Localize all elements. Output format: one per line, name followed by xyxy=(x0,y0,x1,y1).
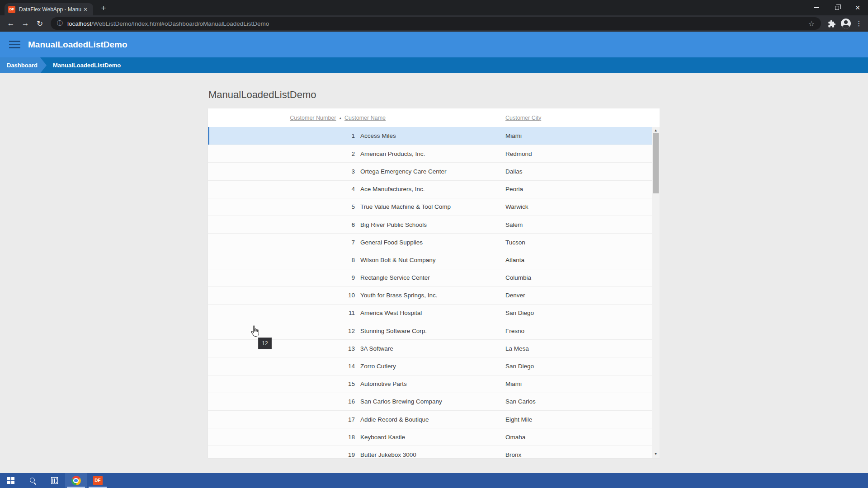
app-title: ManualLoadedListDemo xyxy=(28,40,127,50)
browser-tab-strip: DF DataFlex WebApp - ManualLoade ✕ + ✕ xyxy=(0,0,868,15)
minimize-icon xyxy=(814,7,819,8)
cell-customer-name: Butter Jukebox 3000 xyxy=(355,451,500,458)
table-row[interactable]: 4Ace Manufacturers, Inc.Peoria xyxy=(208,180,652,198)
table-row[interactable]: 2American Products, Inc.Redmond xyxy=(208,145,652,162)
breadcrumb-current: ManualLoadedListDemo xyxy=(53,57,121,73)
tab-close-icon[interactable]: ✕ xyxy=(81,5,90,14)
extensions-puzzle-icon[interactable] xyxy=(825,19,838,28)
window-controls: ✕ xyxy=(806,0,868,15)
cell-customer-city: Salem xyxy=(500,221,652,228)
site-info-icon[interactable]: ⓘ xyxy=(57,19,63,28)
table-row[interactable]: 16San Carlos Brewing CompanySan Carlos xyxy=(208,393,652,410)
cell-customer-name: Access Miles xyxy=(355,132,500,139)
table-header-row: Customer Number ▴ Customer Name Customer… xyxy=(208,108,660,127)
profile-avatar[interactable] xyxy=(841,19,851,28)
cell-customer-number: 16 xyxy=(208,398,355,405)
cell-customer-number: 19 xyxy=(208,451,355,458)
cell-customer-city: Denver xyxy=(500,292,652,299)
scroll-up-icon[interactable]: ▲ xyxy=(652,128,660,132)
hand-cursor-icon xyxy=(249,325,262,339)
browser-tab[interactable]: DF DataFlex WebApp - ManualLoade ✕ xyxy=(5,3,93,15)
scroll-down-icon[interactable]: ▼ xyxy=(652,452,660,456)
cell-customer-city: Redmond xyxy=(500,150,652,157)
table-row[interactable]: 133A SoftwareLa Mesa xyxy=(208,339,652,357)
column-header-customer-city[interactable]: Customer City xyxy=(502,115,660,121)
cell-customer-city: Columbia xyxy=(500,274,652,281)
cell-customer-city: San Diego xyxy=(500,363,652,370)
cell-customer-name: Wilson Bolt & Nut Company xyxy=(355,257,500,263)
table-row[interactable]: 12Stunning Software Corp.Fresno xyxy=(208,322,652,339)
bookmark-star-icon[interactable]: ☆ xyxy=(808,19,815,28)
window-restore-button[interactable] xyxy=(826,0,847,15)
taskbar-chrome-button[interactable] xyxy=(65,473,87,488)
app-header: ManualLoadedListDemo xyxy=(0,32,868,57)
customer-list-panel: Customer Number ▴ Customer Name Customer… xyxy=(208,108,660,458)
cell-customer-name: San Carlos Brewing Company xyxy=(355,398,500,405)
breadcrumb: Dashboard ManualLoadedListDemo xyxy=(0,57,868,73)
cell-customer-number: 4 xyxy=(208,186,355,192)
cell-customer-name: Youth for Brass Springs, Inc. xyxy=(355,292,500,299)
taskbar-search-button[interactable] xyxy=(22,473,43,488)
cell-customer-name: Big River Public Schools xyxy=(355,221,500,228)
cell-customer-city: Miami xyxy=(500,132,652,139)
cell-customer-city: Atlanta xyxy=(500,257,652,263)
cell-customer-name: Zorro Cutlery xyxy=(355,363,500,370)
dataflex-favicon-icon: DF xyxy=(8,6,15,13)
table-row[interactable]: 14Zorro CutlerySan Diego xyxy=(208,357,652,375)
table-row[interactable]: 17Addie Record & BoutiqueEight Mile xyxy=(208,410,652,428)
new-tab-button[interactable]: + xyxy=(98,2,109,14)
table-row[interactable]: 6Big River Public SchoolsSalem xyxy=(208,216,652,233)
table-row[interactable]: 1Access MilesMiami xyxy=(208,127,652,145)
cell-customer-name: Stunning Software Corp. xyxy=(355,328,500,334)
table-row[interactable]: 10Youth for Brass Springs, Inc.Denver xyxy=(208,286,652,304)
cell-customer-number: 5 xyxy=(208,203,355,210)
cell-customer-name: American Products, Inc. xyxy=(355,150,500,157)
breadcrumb-dashboard[interactable]: Dashboard xyxy=(0,57,47,73)
back-button[interactable]: ← xyxy=(4,17,18,30)
window-close-button[interactable]: ✕ xyxy=(847,0,868,15)
search-icon xyxy=(29,477,36,484)
cell-customer-name: General Food Supplies xyxy=(355,239,500,246)
table-row[interactable]: 3Ortega Emergency Care CenterDallas xyxy=(208,162,652,180)
column-header-customer-number[interactable]: Customer Number ▴ xyxy=(290,115,341,121)
chrome-icon xyxy=(71,476,81,485)
cell-customer-city: Peoria xyxy=(500,186,652,192)
cell-customer-city: Fresno xyxy=(500,328,652,334)
start-button[interactable] xyxy=(0,473,22,488)
reload-button[interactable]: ↻ xyxy=(33,17,47,30)
windows-start-icon xyxy=(7,477,14,484)
column-header-customer-name[interactable]: Customer Name xyxy=(341,115,502,121)
cell-customer-number: 10 xyxy=(208,292,355,299)
table-row[interactable]: 5True Value Machine & Tool CompWarwick xyxy=(208,198,652,216)
table-row[interactable]: 7General Food SuppliesTucson xyxy=(208,233,652,251)
address-bar[interactable]: ⓘ localhost/WebListDemo/Index.html#oDash… xyxy=(51,17,821,30)
taskbar-dataflex-button[interactable]: DF xyxy=(87,473,108,488)
window-minimize-button[interactable] xyxy=(806,0,826,15)
cell-customer-number: 11 xyxy=(208,310,355,316)
dataflex-icon: DF xyxy=(93,476,103,485)
table-row[interactable]: 15Automotive PartsMiami xyxy=(208,375,652,393)
cell-customer-number: 15 xyxy=(208,380,355,387)
cell-customer-city: Eight Mile xyxy=(500,416,652,423)
cell-customer-number: 14 xyxy=(208,363,355,370)
table-row[interactable]: 11America West HospitalSan Diego xyxy=(208,304,652,322)
browser-menu-icon[interactable]: ⋮ xyxy=(854,19,864,28)
cell-customer-name: True Value Machine & Tool Comp xyxy=(355,203,500,210)
task-view-icon xyxy=(51,477,58,484)
cell-customer-city: Miami xyxy=(500,380,652,387)
cell-customer-number: 1 xyxy=(208,132,355,139)
hamburger-menu-icon[interactable] xyxy=(9,41,20,48)
cell-customer-city: Tucson xyxy=(500,239,652,246)
table-body: 1Access MilesMiami2American Products, In… xyxy=(208,127,652,458)
cell-customer-name: America West Hospital xyxy=(355,310,500,316)
forward-button[interactable]: → xyxy=(18,17,33,30)
page-title: ManualLoadedListDemo xyxy=(208,89,316,101)
table-row[interactable]: 18Keyboard KastleOmaha xyxy=(208,428,652,446)
table-row[interactable]: 9Rectangle Service CenterColumbia xyxy=(208,269,652,286)
scrollbar-thumb[interactable] xyxy=(653,133,659,193)
table-row[interactable]: 8Wilson Bolt & Nut CompanyAtlanta xyxy=(208,251,652,268)
url-text: localhost/WebListDemo/Index.html#oDashbo… xyxy=(67,20,269,27)
vertical-scrollbar[interactable]: ▲ ▼ xyxy=(652,127,660,458)
table-row[interactable]: 19Butter Jukebox 3000Bronx xyxy=(208,446,652,458)
task-view-button[interactable] xyxy=(43,473,65,488)
